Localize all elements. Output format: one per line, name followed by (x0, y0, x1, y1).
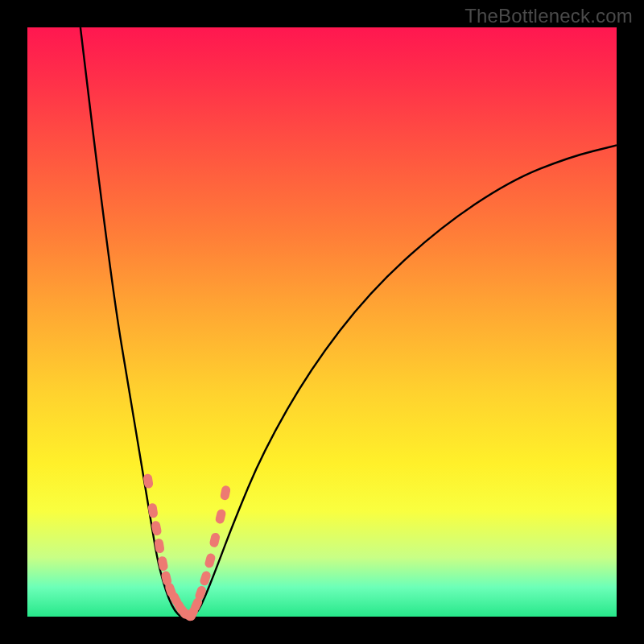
marker-point (204, 552, 216, 568)
marker-point (157, 555, 168, 572)
marker-group (142, 473, 231, 623)
curve-right-curve (192, 145, 617, 617)
watermark-text: TheBottleneck.com (464, 5, 633, 27)
curve-left-curve (80, 27, 180, 617)
chart-container: TheBottleneck.com (0, 0, 644, 644)
marker-point (220, 485, 231, 501)
plot-area (27, 27, 617, 617)
marker-point (147, 502, 159, 518)
marker-point (208, 532, 221, 548)
chart-svg (27, 27, 617, 617)
marker-point (215, 508, 227, 524)
